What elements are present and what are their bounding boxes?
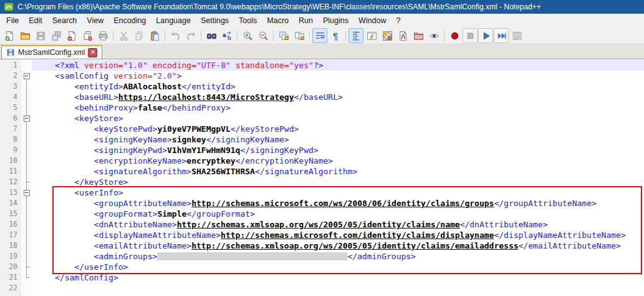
code-line[interactable]: 16 <dnAttributeName>http://schemas.xmlso… (0, 219, 644, 230)
close-all-button[interactable] (80, 28, 95, 43)
code-line[interactable]: 22 (0, 283, 644, 294)
title-bar[interactable]: C:\Program Files (x86)\Apache Software F… (0, 0, 644, 14)
code-text[interactable]: <dnAttributeName>http://schemas.xmlsoap.… (32, 219, 644, 230)
code-line[interactable]: 5 <behindProxy>false</behindProxy> (0, 102, 644, 113)
fold-toggle[interactable] (24, 73, 30, 79)
undo-icon (170, 31, 181, 41)
code-line[interactable]: 15 <groupFormat>Simple</groupFormat> (0, 209, 644, 219)
code-text[interactable]: <signingKeyName>signkey</signingKeyName> (32, 134, 644, 145)
code-text[interactable]: </samlConfig> (32, 272, 644, 283)
new-file-button[interactable] (2, 28, 17, 43)
menu-item-language[interactable]: Language (151, 15, 196, 26)
code-text[interactable]: <keyStore> (32, 113, 644, 124)
line-number: 4 (0, 92, 21, 102)
code-line[interactable]: 17 <displayNameAttributeName>http://sche… (0, 230, 644, 240)
undo-button[interactable] (168, 28, 183, 43)
menu-item-encoding[interactable]: Encoding (108, 15, 151, 26)
code-line[interactable]: 11 <signatureAlgorithm>SHA256WITHRSA</si… (0, 166, 644, 177)
code-line[interactable]: 1<?xml version="1.0" encoding="UTF-8" st… (0, 60, 644, 71)
menu-item-edit[interactable]: Edit (24, 15, 47, 26)
code-line[interactable]: 13 <userInfo> (0, 187, 644, 198)
code-text[interactable]: <adminGroups></adminGroups> (32, 251, 644, 262)
fold-toggle[interactable] (24, 116, 30, 122)
code-text[interactable]: <userInfo> (32, 187, 644, 198)
code-text[interactable]: <baseURL>https://localhost:8443/MicroStr… (32, 92, 644, 102)
save-button[interactable] (33, 28, 48, 43)
code-line[interactable]: 7 <keyStorePwd>yi0yeV7PWEMgpVL</keyStore… (0, 124, 644, 134)
code-text[interactable]: <groupAttributeName>http://schemas.micro… (32, 198, 644, 209)
copy-button[interactable] (132, 28, 147, 43)
code-line[interactable]: 2<samlConfig version="2.0"> (0, 71, 644, 81)
redo-button[interactable] (183, 28, 198, 43)
tab-mstrsamlconfig[interactable]: MstrSamlConfig.xml × (1, 45, 102, 59)
editor[interactable]: 1<?xml version="1.0" encoding="UTF-8" st… (0, 59, 644, 296)
zoom-in-button[interactable] (240, 28, 255, 43)
function-list-button[interactable] (395, 28, 410, 43)
cut-button[interactable] (116, 28, 131, 43)
macro-run-multiple-button[interactable] (494, 28, 509, 43)
monitoring-button[interactable] (426, 28, 441, 43)
code-line[interactable]: 8 <signingKeyName>signkey</signingKeyNam… (0, 134, 644, 145)
code-line[interactable]: 6 <keyStore> (0, 113, 644, 124)
menu-item-help[interactable]: ? (391, 15, 405, 26)
code-text[interactable]: <?xml version="1.0" encoding="UTF-8" sta… (32, 60, 644, 71)
menu-item-file[interactable]: File (1, 15, 24, 26)
fold-cell (21, 166, 32, 177)
define-language-button[interactable] (364, 28, 379, 43)
zoom-out-button[interactable] (256, 28, 271, 43)
find-button[interactable] (204, 28, 219, 43)
sync-vertical-scroll-button[interactable] (276, 28, 291, 43)
show-all-characters-button[interactable]: ¶ (328, 28, 343, 43)
code-line[interactable]: 10 <encryptionKeyName>encryptkey</encryp… (0, 155, 644, 166)
print-button[interactable] (95, 28, 110, 43)
code-line[interactable]: 14 <groupAttributeName>http://schemas.mi… (0, 198, 644, 209)
tab-close-icon[interactable]: × (88, 48, 97, 57)
indent-guide-icon (351, 31, 362, 41)
code-line[interactable]: 18 <emailAttributeName>http://schemas.xm… (0, 240, 644, 251)
code-text[interactable]: <entityId>ABAlocalhost</entityId> (32, 81, 644, 92)
sync-horizontal-scroll-button[interactable] (292, 28, 307, 43)
code-text[interactable]: <emailAttributeName>http://schemas.xmlso… (32, 240, 644, 251)
word-wrap-button[interactable] (312, 28, 327, 43)
menu-item-run[interactable]: Run (294, 15, 318, 26)
code-text[interactable]: <signingKeyPwd>V1hVmY1FwHmN91q</signingK… (32, 145, 644, 155)
code-text[interactable]: <samlConfig version="2.0"> (32, 71, 644, 81)
code-text[interactable]: <encryptionKeyName>encryptkey</encryptio… (32, 155, 644, 166)
show-indent-guide-button[interactable] (348, 28, 363, 43)
fold-toggle[interactable] (24, 190, 30, 196)
folder-as-workspace-button[interactable] (411, 28, 426, 43)
code-area[interactable]: 1<?xml version="1.0" encoding="UTF-8" st… (0, 59, 644, 296)
open-file-button[interactable] (17, 28, 32, 43)
code-text[interactable]: <behindProxy>false</behindProxy> (32, 102, 644, 113)
code-text[interactable]: <keyStorePwd>yi0yeV7PWEMgpVL</keyStorePw… (32, 124, 644, 134)
macro-save-button[interactable] (509, 28, 524, 43)
close-file-button[interactable] (64, 28, 79, 43)
code-line[interactable]: 12 </keyStore> (0, 177, 644, 187)
save-all-button[interactable] (49, 28, 64, 43)
code-line[interactable]: 9 <signingKeyPwd>V1hVmY1FwHmN91q</signin… (0, 145, 644, 155)
code-text[interactable]: </keyStore> (32, 177, 644, 187)
code-text[interactable]: <groupFormat>Simple</groupFormat> (32, 209, 644, 219)
code-line[interactable]: 3 <entityId>ABAlocalhost</entityId> (0, 81, 644, 92)
menu-item-view[interactable]: View (82, 15, 108, 26)
menu-item-settings[interactable]: Settings (196, 15, 234, 26)
menu-item-window[interactable]: Window (353, 15, 391, 26)
code-line[interactable]: 4 <baseURL>https://localhost:8443/MicroS… (0, 92, 644, 102)
macro-record-button[interactable] (447, 28, 462, 43)
macro-stop-button[interactable] (463, 28, 478, 43)
code-text[interactable]: <displayNameAttributeName>http://schemas… (32, 230, 644, 240)
replace-button[interactable]: ab (219, 28, 234, 43)
code-text[interactable] (32, 283, 644, 294)
code-line[interactable]: 19 <adminGroups></adminGroups> (0, 251, 644, 262)
code-line[interactable]: 21</samlConfig> (0, 272, 644, 283)
code-line[interactable]: 20 </userInfo> (0, 262, 644, 272)
code-text[interactable]: </userInfo> (32, 262, 644, 272)
document-map-button[interactable] (380, 28, 395, 43)
menu-item-tools[interactable]: Tools (234, 15, 262, 26)
macro-playback-button[interactable] (478, 28, 493, 43)
code-text[interactable]: <signatureAlgorithm>SHA256WITHRSA</signa… (32, 166, 644, 177)
paste-button[interactable] (147, 28, 162, 43)
menu-item-plugins[interactable]: Plugins (318, 15, 353, 26)
menu-item-macro[interactable]: Macro (262, 15, 294, 26)
menu-item-search[interactable]: Search (47, 15, 82, 26)
